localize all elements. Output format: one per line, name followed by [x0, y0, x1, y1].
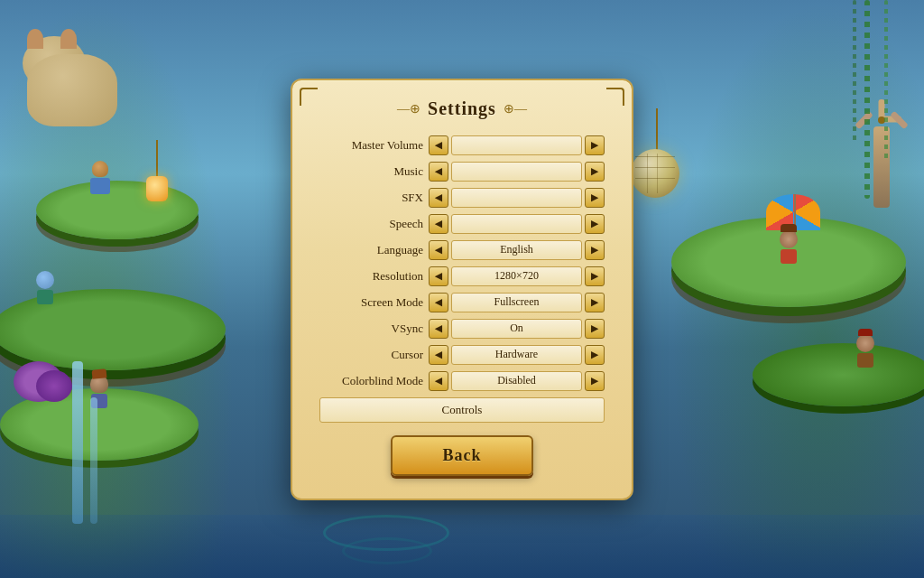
arrow-right-vsync[interactable]: ▶ — [585, 319, 605, 339]
arrow-right-cursor[interactable]: ▶ — [585, 345, 605, 365]
arrow-right-colorblind-mode[interactable]: ▶ — [585, 371, 605, 391]
row-colorblind-mode: Colorblind Mode◀Disabled▶ — [319, 371, 605, 391]
label-cursor: Cursor — [319, 348, 423, 362]
control-screen-mode: ◀Fullscreen▶ — [429, 293, 605, 312]
controls-button[interactable]: Controls — [319, 397, 605, 423]
label-speech: Speech — [319, 217, 423, 231]
row-resolution: Resolution◀1280×720▶ — [319, 266, 605, 286]
back-btn-container: Back — [319, 435, 605, 476]
control-sfx: ◀▶ — [429, 188, 605, 208]
arrow-right-sfx[interactable]: ▶ — [585, 188, 605, 208]
arrow-right-music[interactable]: ▶ — [585, 162, 605, 182]
settings-overlay: —⊕ Settings ⊕— Master Volume◀▶Music◀▶SFX… — [0, 0, 924, 578]
arrow-left-language[interactable]: ◀ — [429, 240, 448, 260]
value-language: English — [451, 240, 582, 260]
arrow-left-sfx[interactable]: ◀ — [429, 188, 448, 208]
slider-speech[interactable] — [451, 214, 582, 234]
label-sfx: SFX — [319, 191, 423, 205]
back-button[interactable]: Back — [391, 435, 532, 476]
control-resolution: ◀1280×720▶ — [429, 266, 605, 286]
arrow-left-cursor[interactable]: ◀ — [429, 345, 448, 365]
title-deco-left: —⊕ — [397, 101, 420, 117]
label-colorblind-mode: Colorblind Mode — [319, 374, 423, 388]
control-vsync: ◀On▶ — [429, 319, 605, 339]
row-sfx: SFX◀▶ — [319, 188, 605, 208]
value-cursor: Hardware — [451, 345, 582, 365]
label-master-volume: Master Volume — [319, 138, 423, 153]
corner-tr — [606, 88, 624, 106]
slider-sfx[interactable] — [451, 188, 582, 208]
label-screen-mode: Screen Mode — [319, 295, 423, 310]
row-music: Music◀▶ — [319, 162, 605, 182]
settings-rows: Master Volume◀▶Music◀▶SFX◀▶Speech◀▶Langu… — [319, 135, 605, 391]
title-deco-right: ⊕— — [504, 101, 527, 117]
arrow-left-vsync[interactable]: ◀ — [429, 319, 448, 339]
row-speech: Speech◀▶ — [319, 214, 605, 234]
arrow-left-colorblind-mode[interactable]: ◀ — [429, 371, 448, 391]
arrow-right-screen-mode[interactable]: ▶ — [585, 293, 605, 312]
control-colorblind-mode: ◀Disabled▶ — [429, 371, 605, 391]
value-screen-mode: Fullscreen — [451, 293, 582, 312]
arrow-right-master-volume[interactable]: ▶ — [585, 135, 605, 155]
arrow-right-speech[interactable]: ▶ — [585, 214, 605, 234]
control-language: ◀English▶ — [429, 240, 605, 260]
arrow-right-resolution[interactable]: ▶ — [585, 266, 605, 286]
row-cursor: Cursor◀Hardware▶ — [319, 345, 605, 365]
label-music: Music — [319, 164, 423, 179]
arrow-left-speech[interactable]: ◀ — [429, 214, 448, 234]
control-cursor: ◀Hardware▶ — [429, 345, 605, 365]
slider-music[interactable] — [451, 162, 582, 182]
arrow-right-language[interactable]: ▶ — [585, 240, 605, 260]
title-row: —⊕ Settings ⊕— — [319, 98, 605, 119]
row-vsync: VSync◀On▶ — [319, 319, 605, 339]
settings-panel: —⊕ Settings ⊕— Master Volume◀▶Music◀▶SFX… — [291, 79, 633, 500]
row-language: Language◀English▶ — [319, 240, 605, 260]
row-screen-mode: Screen Mode◀Fullscreen▶ — [319, 293, 605, 312]
label-resolution: Resolution — [319, 269, 423, 284]
value-vsync: On — [451, 319, 582, 339]
slider-master-volume[interactable] — [451, 135, 582, 155]
row-master-volume: Master Volume◀▶ — [319, 135, 605, 155]
label-vsync: VSync — [319, 322, 423, 336]
control-master-volume: ◀▶ — [429, 135, 605, 155]
control-music: ◀▶ — [429, 162, 605, 182]
arrow-left-screen-mode[interactable]: ◀ — [429, 293, 448, 312]
label-language: Language — [319, 243, 423, 257]
arrow-left-music[interactable]: ◀ — [429, 162, 448, 182]
corner-tl — [300, 88, 318, 106]
value-colorblind-mode: Disabled — [451, 371, 582, 391]
control-speech: ◀▶ — [429, 214, 605, 234]
arrow-left-master-volume[interactable]: ◀ — [429, 135, 448, 155]
value-resolution: 1280×720 — [451, 266, 582, 286]
settings-title: Settings — [428, 98, 496, 119]
arrow-left-resolution[interactable]: ◀ — [429, 266, 448, 286]
